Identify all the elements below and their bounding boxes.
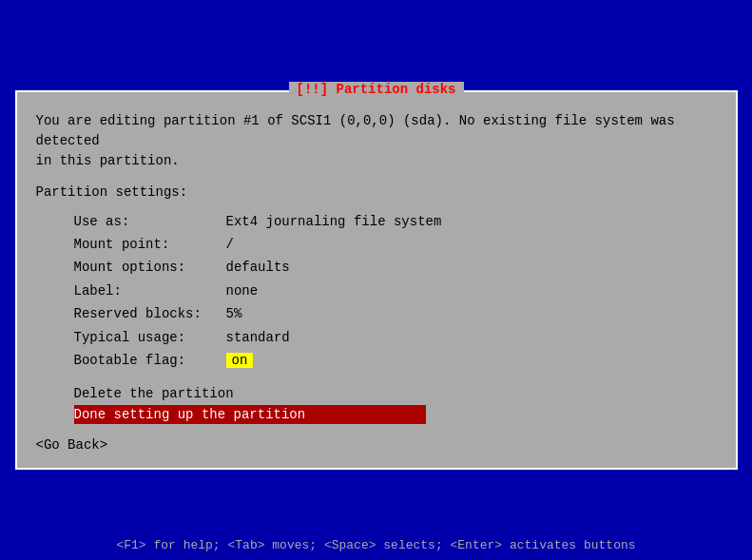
- description-line1: You are editing partition #1 of SCSI1 (0…: [36, 111, 717, 151]
- dialog-box: [!!] Partition disks You are editing par…: [15, 90, 738, 471]
- settings-value: defaults: [226, 257, 290, 278]
- settings-row: Bootable flag:on: [74, 350, 717, 371]
- settings-row: Use as:Ext4 journaling file system: [74, 211, 717, 232]
- settings-label: Use as:: [74, 211, 226, 232]
- action-items: Delete the partitionDone setting up the …: [74, 386, 717, 428]
- settings-label: Mount point:: [74, 234, 226, 255]
- dialog-title: [!!] Partition disks: [288, 82, 463, 97]
- settings-table: Use as:Ext4 journaling file systemMount …: [74, 211, 717, 372]
- status-bar: <F1> for help; <Tab> moves; <Space> sele…: [0, 538, 752, 552]
- description: You are editing partition #1 of SCSI1 (0…: [36, 111, 717, 171]
- settings-row: Label:none: [74, 280, 717, 301]
- settings-label: Bootable flag:: [74, 350, 226, 371]
- settings-value: none: [226, 280, 259, 301]
- settings-row: Reserved blocks:5%: [74, 303, 717, 324]
- settings-label: Typical usage:: [74, 327, 226, 348]
- settings-row: Typical usage:standard: [74, 327, 717, 348]
- description-line2: in this partition.: [36, 151, 717, 171]
- settings-label: Label:: [74, 280, 226, 301]
- settings-value: /: [226, 234, 234, 255]
- settings-value: 5%: [226, 303, 242, 324]
- settings-row: Mount point:/: [74, 234, 717, 255]
- screen: [!!] Partition disks You are editing par…: [0, 0, 752, 560]
- action-item[interactable]: Delete the partition: [74, 386, 717, 401]
- bootable-flag-value[interactable]: on: [226, 353, 254, 368]
- settings-row: Mount options:defaults: [74, 257, 717, 278]
- action-item[interactable]: Done setting up the partition: [74, 405, 426, 424]
- settings-value: standard: [226, 327, 290, 348]
- settings-value: Ext4 journaling file system: [226, 211, 442, 232]
- settings-value[interactable]: on: [226, 350, 254, 371]
- go-back-button[interactable]: <Go Back>: [36, 437, 717, 453]
- settings-label: Reserved blocks:: [74, 303, 226, 324]
- section-title: Partition settings:: [36, 184, 717, 200]
- settings-label: Mount options:: [74, 257, 226, 278]
